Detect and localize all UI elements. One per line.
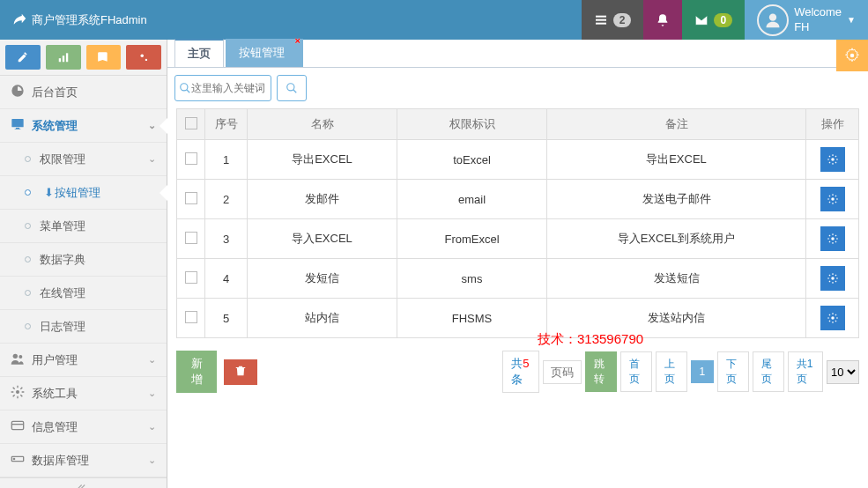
chevron-down-icon: ⌄ (148, 455, 156, 466)
sidebar-collapse[interactable] (0, 477, 167, 488)
cell-name: 导出EXCEL (248, 140, 397, 180)
svg-point-19 (850, 54, 855, 58)
svg-rect-4 (58, 58, 60, 62)
last-page[interactable]: 尾页 (753, 351, 784, 392)
searchbar (167, 68, 868, 108)
cell-name: 站内信 (248, 299, 397, 338)
search-button[interactable] (277, 75, 307, 101)
table-header-row: 序号 名称 权限标识 备注 操作 (177, 109, 859, 140)
welcome: Welcome FH (794, 5, 842, 35)
gear-icon (827, 153, 839, 166)
checkbox[interactable] (185, 311, 197, 323)
row-action-button[interactable] (820, 226, 845, 251)
nav-notifications[interactable] (643, 0, 682, 40)
row-action-button[interactable] (820, 306, 845, 330)
collapse-icon (78, 482, 90, 488)
menu-systools[interactable]: 系统工具⌄ (0, 377, 167, 410)
cell-remark: 导入EXCEL到系统用户 (547, 219, 806, 259)
first-page[interactable]: 首页 (620, 351, 652, 392)
nav-user[interactable]: Welcome FH ▼ (745, 0, 868, 40)
jump-button[interactable]: 跳转 (585, 351, 617, 392)
svg-point-14 (16, 390, 19, 394)
hdd-icon (9, 452, 26, 469)
svg-rect-2 (596, 22, 606, 24)
menu-menu-mgmt[interactable]: 菜单管理 (0, 210, 167, 243)
toolbtn-cogs[interactable] (126, 45, 161, 70)
users-icon (9, 351, 26, 368)
checkbox[interactable] (185, 152, 197, 165)
close-icon[interactable]: × (295, 35, 300, 46)
add-button[interactable]: 新增 (176, 351, 217, 393)
main: 主页 按钮管理× 序号 名称 权限标识 备注 操作 (167, 40, 868, 488)
cell-remark: 发送电子邮件 (547, 180, 806, 219)
cell-auth: toExcel (397, 140, 547, 180)
search-icon (179, 82, 191, 94)
pagination: 共5条 跳转 首页 上页 1 下页 尾页 共1页 10 (502, 351, 859, 393)
search-input[interactable] (191, 82, 267, 94)
toolbtn-book[interactable] (86, 45, 122, 70)
leaf-icon (11, 11, 26, 29)
toolbtn-edit[interactable] (5, 45, 41, 70)
page-input[interactable] (543, 360, 582, 384)
tab-button-mgmt[interactable]: 按钮管理× (226, 39, 303, 67)
brand: 商户管理系统FHadmin (0, 11, 582, 29)
delete-button[interactable] (224, 359, 257, 385)
checkbox[interactable] (185, 232, 197, 244)
toolbtn-stats[interactable] (46, 45, 81, 70)
tasks-badge: 2 (613, 13, 632, 27)
svg-rect-15 (11, 421, 23, 429)
gear-icon (827, 233, 839, 245)
search-wrap (174, 75, 271, 101)
cell-auth: email (397, 180, 547, 219)
cogs-icon (137, 51, 150, 63)
cell-remark: 发送短信 (547, 259, 806, 299)
nav-tasks[interactable]: 2 (582, 0, 644, 40)
cell-auth: FromExcel (397, 219, 547, 259)
signal-icon (57, 51, 70, 63)
row-action-button[interactable] (820, 187, 845, 211)
cell-auth: sms (397, 259, 547, 299)
dashboard-icon (9, 84, 26, 100)
checkbox[interactable] (185, 271, 197, 284)
cell-seq: 3 (205, 219, 248, 259)
search-icon (286, 82, 298, 94)
svg-point-13 (19, 355, 22, 359)
row-action-button[interactable] (820, 147, 845, 172)
sidebar: 后台首页 系统管理⌄ 权限管理⌄ ⬇按钮管理 菜单管理 数据字典 在线管理 日志… (0, 40, 167, 488)
menu-button-mgmt[interactable]: ⬇按钮管理 (0, 176, 167, 210)
menu-log[interactable]: 日志管理 (0, 310, 167, 344)
cell-seq: 5 (205, 299, 248, 338)
settings-button[interactable] (836, 40, 868, 71)
table-row: 3 导入EXCEL FromExcel 导入EXCEL到系统用户 (177, 219, 859, 259)
svg-point-8 (145, 59, 147, 61)
svg-point-26 (831, 237, 835, 240)
menu-db[interactable]: 数据库管理⌄ (0, 444, 167, 477)
menu-dashboard[interactable]: 后台首页 (0, 76, 167, 109)
prev-page[interactable]: 上页 (656, 351, 687, 392)
chevron-down-icon: ⌄ (148, 153, 156, 165)
menu-user[interactable]: 用户管理⌄ (0, 344, 167, 377)
menu-system[interactable]: 系统管理⌄ (0, 109, 167, 143)
next-page[interactable]: 下页 (717, 351, 749, 392)
bell-icon (656, 13, 670, 27)
tab-home[interactable]: 主页 (174, 39, 224, 67)
cell-seq: 2 (205, 180, 248, 219)
current-page[interactable]: 1 (691, 360, 715, 383)
total-pages: 共1页 (788, 351, 823, 392)
menu-dict[interactable]: 数据字典 (0, 243, 167, 277)
svg-line-21 (187, 90, 190, 93)
menu-permission[interactable]: 权限管理⌄ (0, 143, 167, 176)
svg-point-3 (769, 13, 776, 20)
checkbox-all[interactable] (185, 117, 197, 129)
svg-rect-10 (16, 128, 19, 129)
tabs: 主页 按钮管理× (167, 40, 868, 68)
page-count: 共5条 (502, 351, 539, 393)
cell-remark: 导出EXCEL (547, 140, 806, 180)
row-action-button[interactable] (820, 266, 845, 291)
page-size-select[interactable]: 10 (827, 360, 859, 384)
svg-rect-1 (596, 18, 606, 20)
nav-messages[interactable]: 0 (682, 0, 745, 40)
menu-info[interactable]: 信息管理⌄ (0, 410, 167, 444)
menu-online[interactable]: 在线管理 (0, 277, 167, 310)
checkbox[interactable] (185, 192, 197, 204)
